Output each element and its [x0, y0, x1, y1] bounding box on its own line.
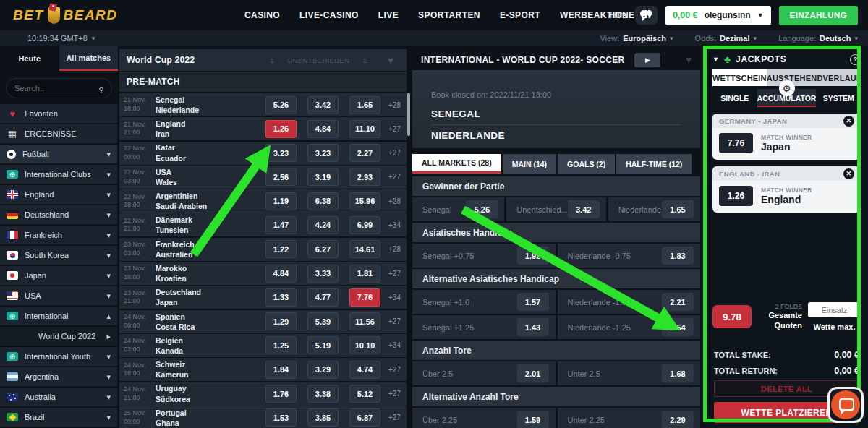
odds-away[interactable]: 6.87 — [349, 408, 380, 427]
match-row[interactable]: 23 Nov.18:00 MarokkoKroatien 4.84 3.33 1… — [119, 262, 407, 285]
match-row[interactable]: 23 Nov.21:00 DeutschlandJapan 1.33 4.77 … — [119, 286, 407, 309]
sidebar-item[interactable]: England — [0, 185, 117, 204]
odds-away[interactable]: 7.76 — [349, 288, 380, 307]
sidebar-item[interactable]: Deutschland — [0, 205, 117, 224]
more-markets-count[interactable]: +27 — [380, 270, 401, 278]
market-option-odds[interactable]: 2.01 — [517, 364, 549, 382]
odds-away[interactable]: 2.27 — [349, 144, 380, 162]
odds-away[interactable]: 4.74 — [349, 361, 380, 379]
odds-home[interactable]: 1.26 — [265, 120, 297, 138]
odds-away[interactable]: 6.99 — [349, 216, 380, 234]
odds-home[interactable]: 1.29 — [265, 312, 297, 330]
odds-home[interactable]: 5.26 — [265, 96, 297, 114]
odds-draw[interactable]: 3.29 — [307, 361, 339, 379]
odds-draw[interactable]: 4.84 — [307, 120, 339, 138]
market-option-odds[interactable]: 5.26 — [466, 200, 498, 218]
odds-draw[interactable]: 3.23 — [307, 144, 339, 162]
odds-draw[interactable]: 3.38 — [307, 385, 339, 403]
market-option[interactable]: Niederlande1.65 — [608, 197, 700, 221]
sidebar-item[interactable]: International Youth — [0, 347, 117, 366]
odds-draw[interactable]: 3.42 — [307, 96, 339, 114]
settings-gear-icon[interactable]: ⚙ — [779, 80, 795, 96]
search-icon[interactable]: ⌕ — [95, 82, 107, 95]
sidebar-item[interactable]: Argentina — [0, 367, 117, 386]
more-markets-count[interactable]: +34 — [380, 341, 401, 349]
sidebar-item[interactable]: South Korea — [0, 246, 117, 265]
odds-draw[interactable]: 3.85 — [307, 408, 339, 427]
live-chat-widget[interactable] — [827, 387, 864, 423]
more-markets-count[interactable]: +27 — [380, 366, 401, 374]
sidebar-item[interactable]: Frankreich — [0, 226, 117, 244]
market-option-odds[interactable]: 1.43 — [517, 318, 549, 336]
odds-home[interactable]: 1.22 — [265, 240, 297, 258]
match-row[interactable]: 22 Nov.00:00 KatarEcuador 3.23 3.23 2.27… — [119, 142, 407, 165]
time-selector[interactable]: 10:19:34 GMT+8 ▾ — [27, 34, 95, 43]
help-link[interactable]: Hilfe — [610, 10, 627, 20]
match-row[interactable]: 22 Nov.03:00 USAWales 2.56 3.19 2.93 +27 — [119, 166, 407, 189]
market-option[interactable]: Senegal +0.751.92 — [412, 244, 556, 268]
match-row[interactable]: 25 Nov.00:00 PortugalGhana 1.53 3.85 6.8… — [119, 406, 407, 428]
odds-draw[interactable]: 6.38 — [307, 192, 339, 210]
market-option[interactable]: Über 2.251.59 — [412, 408, 556, 428]
market-tab[interactable]: GOALS (2) — [558, 154, 615, 174]
more-markets-count[interactable]: +28 — [380, 197, 401, 205]
search-box[interactable]: ⌕ — [6, 78, 112, 98]
more-markets-count[interactable]: +27 — [380, 149, 401, 157]
tab-all-matches[interactable]: All matches — [59, 46, 119, 71]
market-option-odds[interactable]: 2.21 — [662, 293, 694, 311]
market-tab[interactable]: MAIN (14) — [503, 154, 556, 174]
odds-away[interactable]: 14.61 — [349, 240, 380, 258]
match-row[interactable]: 22 Nov.21:00 DänemarkTunesien 1.47 4.24 … — [119, 213, 407, 236]
sidebar-item[interactable]: Japan — [0, 266, 117, 285]
market-option-odds[interactable]: 1.68 — [662, 364, 694, 382]
odds-away[interactable]: 2.93 — [349, 168, 380, 186]
odds-home[interactable]: 1.76 — [265, 385, 297, 403]
more-markets-count[interactable]: +27 — [380, 125, 401, 133]
odds-home[interactable]: 1.25 — [265, 336, 297, 354]
match-row[interactable]: 24 Nov.03:00 BelgienKanada 1.25 5.19 10.… — [119, 334, 407, 357]
nav-item[interactable]: SPORTARTEN — [418, 10, 480, 20]
sidebar-item[interactable]: International — [0, 307, 117, 325]
sidebar-item[interactable]: World Cup 2022 — [0, 327, 117, 346]
betslip-tab[interactable]: AUSSTEHEND — [767, 69, 823, 86]
market-option-odds[interactable]: 2.29 — [662, 411, 694, 428]
close-icon[interactable]: ✕ — [843, 116, 854, 127]
market-option[interactable]: Niederlande -0.751.83 — [558, 244, 701, 268]
bet-mode-tab[interactable]: SINGLE — [712, 89, 757, 107]
odds-away[interactable]: 11.10 — [349, 120, 380, 138]
odds-draw[interactable]: 3.19 — [307, 168, 339, 186]
market-option-odds[interactable]: 1.65 — [662, 200, 694, 218]
nav-item[interactable]: LIVE — [378, 10, 399, 20]
more-markets-count[interactable]: +27 — [380, 317, 401, 325]
match-list-scrollbar[interactable] — [407, 93, 410, 136]
sidebar-item[interactable]: Australia — [0, 388, 117, 406]
odds-away[interactable]: 15.96 — [349, 192, 380, 210]
odds-home[interactable]: 1.33 — [265, 288, 297, 307]
odds-away[interactable]: 1.65 — [349, 96, 380, 114]
market-option[interactable]: Senegal +1.251.43 — [412, 315, 556, 339]
match-row[interactable]: 24 Nov.21:00 UruguaySüdkorea 1.76 3.38 5… — [119, 382, 407, 406]
deposit-button[interactable]: EINZAHLUNG — [779, 6, 858, 25]
odds-away[interactable]: 5.12 — [349, 385, 380, 403]
odds-home[interactable]: 1.84 — [265, 361, 297, 379]
odds-draw[interactable]: 4.24 — [307, 216, 339, 234]
odds-away[interactable]: 10.10 — [349, 336, 380, 354]
sidebar-item[interactable]: USA — [0, 286, 117, 305]
match-row[interactable]: 22 Nov.18:00 ArgentinienSaudi-Arabien 1.… — [119, 189, 407, 213]
more-markets-count[interactable]: +27 — [380, 173, 401, 181]
odds-draw[interactable]: 6.27 — [307, 240, 339, 258]
nav-item[interactable]: E-SPORT — [500, 10, 540, 20]
market-option-odds[interactable]: 1.92 — [517, 247, 549, 265]
market-tab[interactable]: HALF-TIME (12) — [616, 154, 692, 174]
match-row[interactable]: 23 Nov.03:00 FrankreichAustralien 1.22 6… — [119, 238, 407, 261]
match-row[interactable]: 21 Nov.21:00 EnglandIran 1.26 4.84 11.10… — [119, 117, 407, 140]
odds-format-selector[interactable]: Odds: Dezimal ▾ — [695, 34, 757, 43]
market-option-odds[interactable]: 1.83 — [662, 247, 694, 265]
favorite-heart-icon[interactable]: ♥ — [686, 54, 692, 65]
betslip-tab[interactable]: WETTSCHEIN — [712, 69, 767, 86]
sidebar-item[interactable]: Brazil — [0, 408, 117, 427]
nav-item[interactable]: LIVE-CASINO — [299, 10, 359, 20]
market-option[interactable]: Niederlande -1.02.21 — [558, 290, 701, 314]
language-selector[interactable]: Language: Deutsch ▾ — [778, 34, 858, 43]
odds-away[interactable]: 11.56 — [349, 312, 380, 330]
